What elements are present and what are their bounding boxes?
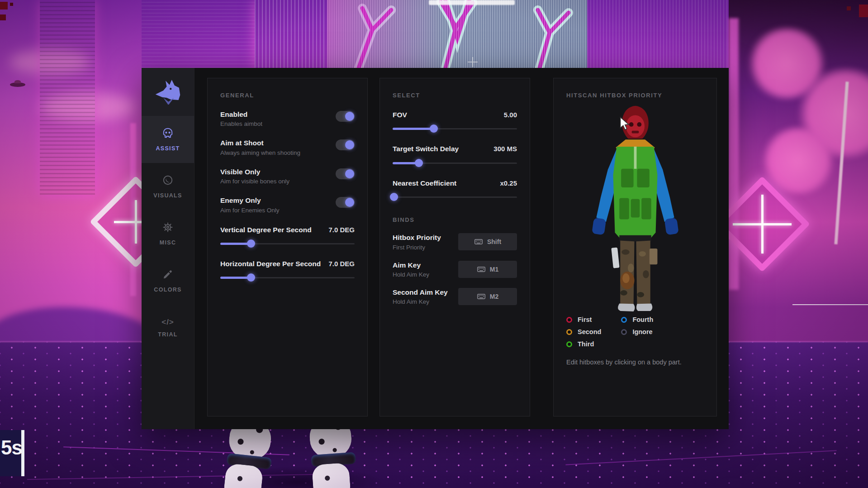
legend-label: Third <box>578 340 594 348</box>
billboard-screen <box>327 0 587 68</box>
right-hand-hitbox[interactable] <box>664 218 678 235</box>
slider-fill <box>393 128 434 130</box>
slider-label: Horizontal Degree Per Second <box>220 259 321 268</box>
horizon-accent-line <box>792 304 868 305</box>
wolf-logo-icon <box>154 79 182 105</box>
keyboard-icon <box>477 292 486 301</box>
sidebar-item-trial[interactable]: </> TRIAL <box>142 304 194 351</box>
background-wall-right <box>587 0 729 68</box>
hitscan-panel: HITSCAN HITBOX PRIORITY <box>553 78 717 416</box>
vertical-dps-slider[interactable] <box>220 239 355 248</box>
sidebar-item-misc[interactable]: MISC <box>142 210 194 257</box>
hitbox-priority-bind-button[interactable]: Shift <box>458 233 517 250</box>
sidebar: ASSIST VISUALS <box>142 68 194 429</box>
bind-row-second-aim-key: Second Aim Key Hold Aim Key M2 <box>393 288 517 305</box>
horizontal-dps-group: Horizontal Degree Per Second 7.0 DEG <box>220 259 355 282</box>
bind-text: Aim Key Hold Aim Key <box>393 261 429 278</box>
legend-item-first[interactable]: First <box>566 316 601 323</box>
setting-label: Visible Only <box>220 167 289 176</box>
slider-value: 300 MS <box>493 145 517 153</box>
knee-pad-highlight <box>622 273 630 283</box>
target-switch-delay-slider[interactable] <box>393 159 517 167</box>
slider-value: x0.25 <box>500 179 517 187</box>
slider-knob[interactable] <box>430 124 438 133</box>
legend-label: First <box>578 316 592 323</box>
legend-label: Fourth <box>632 316 653 323</box>
eye-detail <box>637 122 641 127</box>
timer-badge: 5s <box>0 430 24 476</box>
corner-marker <box>859 5 868 17</box>
setting-row-enemy-only: Enemy Only Aim for Enemies Only <box>220 196 355 213</box>
vertical-dps-group: Vertical Degree Per Second 7.0 DEG <box>220 225 355 248</box>
setting-sublabel: Aim for Enemies Only <box>220 207 280 214</box>
sidebar-item-visuals[interactable]: VISUALS <box>142 163 194 210</box>
gear-icon <box>162 221 174 235</box>
legend-label: Second <box>578 328 601 335</box>
toggle-knob <box>345 169 354 178</box>
crosshair-decoration <box>468 57 478 67</box>
legend-column: Fourth Ignore <box>621 316 653 348</box>
keyboard-icon <box>474 237 483 246</box>
toggle-knob <box>345 140 354 149</box>
sidebar-item-colors[interactable]: COLORS <box>142 257 194 304</box>
setting-sublabel: Always aiming when shooting <box>220 149 300 156</box>
nearest-coefficient-slider[interactable] <box>393 193 517 201</box>
left-hand-hitbox[interactable] <box>592 218 606 235</box>
sidebar-item-label: TRIAL <box>158 331 177 338</box>
setting-sublabel: Enables aimbot <box>220 120 262 127</box>
panel-title: GENERAL <box>220 92 355 99</box>
enemy-only-toggle[interactable] <box>336 197 355 208</box>
screen: 5s <box>0 0 868 488</box>
sidebar-item-assist[interactable]: ASSIST <box>142 116 194 163</box>
legend-label: Ignore <box>632 328 652 335</box>
slider-label: FOV <box>393 110 407 119</box>
mouse-cursor <box>619 117 631 130</box>
nearest-coefficient-group: Nearest Coefficient x0.25 <box>393 179 517 201</box>
legend-color-dot <box>566 329 572 335</box>
bind-text: Hitbox Priority First Priority <box>393 233 441 250</box>
setting-row-aim-at-shoot: Aim at Shoot Always aiming when shooting <box>220 139 355 156</box>
corner-marker <box>847 6 851 10</box>
legend-item-second[interactable]: Second <box>566 328 601 335</box>
aim-key-bind-button[interactable]: M1 <box>458 261 517 278</box>
zipper-detail <box>634 147 636 169</box>
background-wall <box>142 0 255 68</box>
select-panel: SELECT FOV 5.00 Target Switch Delay 300 … <box>379 78 530 416</box>
bind-sublabel: First Priority <box>393 244 441 251</box>
bind-row-aim-key: Aim Key Hold Aim Key M1 <box>393 261 517 278</box>
slider-knob[interactable] <box>247 239 255 248</box>
aim-at-shoot-toggle[interactable] <box>336 139 355 150</box>
bind-key: M1 <box>490 266 498 273</box>
bind-text: Second Aim Key Hold Aim Key <box>393 288 448 305</box>
sidebar-item-label: COLORS <box>154 287 181 293</box>
setting-label: Enemy Only <box>220 196 280 205</box>
visible-only-toggle[interactable] <box>336 168 355 179</box>
horizontal-dps-slider[interactable] <box>220 273 355 282</box>
left-shoe-detail <box>618 303 635 311</box>
bind-sublabel: Hold Aim Key <box>393 271 429 278</box>
slider-label: Nearest Coefficient <box>393 179 456 187</box>
setting-text: Enemy Only Aim for Enemies Only <box>220 196 280 213</box>
mouth-detail <box>631 131 639 134</box>
slider-knob[interactable] <box>415 159 423 167</box>
legend-item-third[interactable]: Third <box>566 340 601 348</box>
contrast-icon <box>162 174 174 188</box>
slider-fill <box>220 243 251 245</box>
slider-knob[interactable] <box>390 193 398 201</box>
bind-label: Second Aim Key <box>393 288 448 297</box>
keyboard-icon <box>477 265 486 274</box>
logo-block <box>142 68 194 116</box>
legend-color-dot <box>566 317 572 323</box>
neon-bar <box>729 18 739 290</box>
slider-knob[interactable] <box>247 273 255 282</box>
fov-slider[interactable] <box>393 124 517 133</box>
legend-color-dot <box>621 317 627 323</box>
legend-item-ignore[interactable]: Ignore <box>621 328 653 335</box>
clipped-billboard-text <box>429 0 515 5</box>
general-panel: GENERAL Enabled Enables aimbot Aim at Sh… <box>207 78 368 416</box>
legend-item-fourth[interactable]: Fourth <box>621 316 653 323</box>
corner-marker <box>10 3 13 6</box>
setting-label: Aim at Shoot <box>220 139 300 147</box>
enabled-toggle[interactable] <box>336 111 355 122</box>
second-aim-key-bind-button[interactable]: M2 <box>458 288 517 305</box>
